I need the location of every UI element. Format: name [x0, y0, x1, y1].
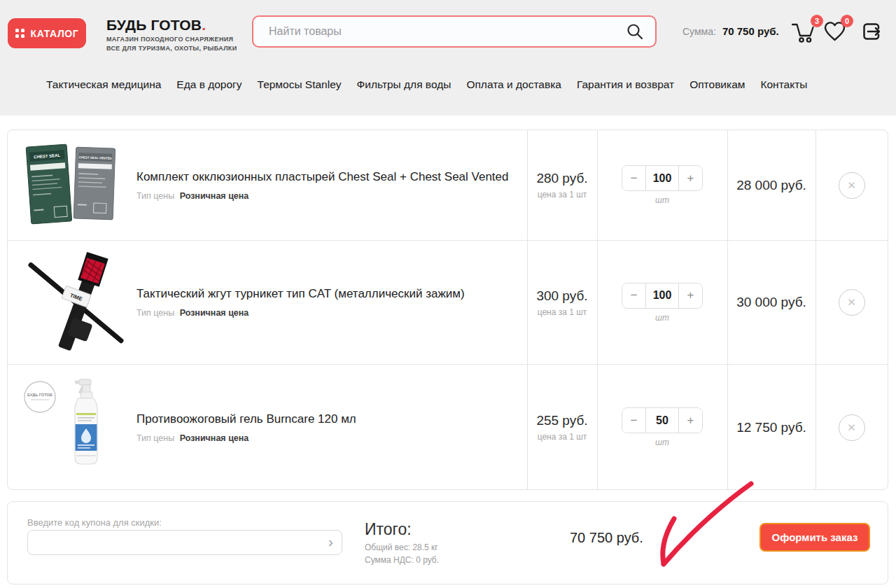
- totals-block: Итого: Общий вес: 28.5 кг Сумма НДС: 0 р…: [365, 520, 439, 566]
- favorites-count-badge: 0: [841, 15, 853, 27]
- cart-row-chest-seal: CHEST SEAL CHEST SEAL VENTED: [8, 130, 888, 241]
- unit-price: 300 руб.: [527, 288, 597, 304]
- remove-item-button[interactable]: ✕: [839, 414, 865, 441]
- quantity-input[interactable]: [645, 284, 679, 308]
- product-info: Комплект окклюзионных пластырей Chest Se…: [136, 170, 508, 201]
- price-type-value: Розничная цена: [180, 191, 249, 201]
- main-nav: Тактическая медицина Еда в дорогу Термос…: [46, 78, 807, 91]
- nav-item-payment-delivery[interactable]: Оплата и доставка: [466, 78, 561, 91]
- catalog-button[interactable]: КАТАЛОГ: [8, 18, 86, 48]
- grid-menu-icon: [15, 29, 24, 38]
- nav-item-food[interactable]: Еда в дорогу: [176, 78, 241, 91]
- increase-qty-button[interactable]: +: [679, 408, 702, 433]
- cart-row-burncare: БУДЬ ГОТОВ: [8, 365, 888, 490]
- watermark-badge-label: БУДЬ ГОТОВ: [27, 393, 52, 397]
- price-type-label: Тип цены: [136, 191, 174, 201]
- search-icon: [626, 22, 644, 41]
- product-title[interactable]: Тактический жгут турникет тип CAT (метал…: [136, 287, 465, 301]
- remove-item-button[interactable]: ✕: [839, 289, 865, 316]
- login-icon: [860, 20, 883, 43]
- row-total: 28 000 руб.: [727, 178, 816, 193]
- cart-row-cat-tourniquet: TIME Тактический жгут турникет тип CAT (…: [8, 241, 888, 365]
- price-type-line: Тип цены Розничная цена: [136, 191, 508, 201]
- favorites-button[interactable]: 0: [823, 20, 846, 45]
- decrease-qty-button[interactable]: −: [622, 284, 645, 308]
- coupon-input[interactable]: [28, 537, 328, 548]
- remove-cell: ✕: [816, 289, 888, 316]
- remove-item-button[interactable]: ✕: [839, 172, 865, 199]
- unit-price-note: цена за 1 шт: [527, 432, 597, 442]
- unit-price-note: цена за 1 шт: [527, 190, 597, 200]
- site-header: КАТАЛОГ БУДЬ ГОТОВ. МАГАЗИН ПОХОДНОГО СН…: [0, 0, 896, 115]
- increase-qty-button[interactable]: +: [679, 166, 702, 190]
- column-divider: [727, 130, 728, 489]
- nav-item-thermos[interactable]: Термосы Stanley: [258, 78, 342, 91]
- quantity-stepper: − +: [622, 165, 703, 191]
- product-title[interactable]: Противоожоговый гель Burncare 120 мл: [136, 412, 356, 426]
- unit-price: 280 руб.: [527, 171, 597, 186]
- store-logo: БУДЬ ГОТОВ. МАГАЗИН ПОХОДНОГО СНАРЯЖЕНИЯ…: [106, 17, 237, 52]
- coupon-submit-button[interactable]: ›: [328, 534, 342, 551]
- unit-price-cell: 255 руб. цена за 1 шт: [527, 413, 597, 442]
- quantity-stepper: − +: [622, 407, 703, 433]
- quantity-stepper: − +: [622, 283, 703, 309]
- price-type-line: Тип цены Розничная цена: [136, 433, 356, 443]
- nav-item-wholesale[interactable]: Оптовикам: [690, 78, 745, 91]
- sum-value: 70 750 руб.: [722, 25, 779, 37]
- grand-total: 70 750 руб.: [570, 530, 643, 546]
- cart-count-badge: 3: [811, 15, 823, 27]
- product-cell: БУДЬ ГОТОВ: [8, 377, 527, 478]
- quantity-input[interactable]: [645, 408, 679, 433]
- nav-item-contacts[interactable]: Контакты: [760, 78, 807, 91]
- column-divider: [816, 130, 816, 489]
- row-total: 30 000 руб.: [727, 295, 816, 310]
- search-input[interactable]: [267, 24, 624, 38]
- coupon-field: ›: [27, 530, 342, 555]
- increase-qty-button[interactable]: +: [679, 284, 702, 308]
- column-divider: [527, 130, 528, 489]
- unit-price-note: цена за 1 шт: [527, 307, 597, 317]
- product-cell: CHEST SEAL CHEST SEAL VENTED: [8, 140, 527, 231]
- cart-footer: Введите код купона для скидки: › Итого: …: [7, 501, 888, 584]
- store-name: БУДЬ ГОТОВ.: [106, 17, 237, 34]
- quantity-input[interactable]: [645, 166, 679, 190]
- totals-label: Итого:: [365, 520, 439, 539]
- search-button[interactable]: [624, 21, 645, 42]
- product-title[interactable]: Комплект окклюзионных пластырей Chest Se…: [136, 170, 508, 184]
- nav-item-water-filters[interactable]: Фильтры для воды: [357, 78, 451, 91]
- quantity-unit: шт: [655, 195, 669, 205]
- decrease-qty-button[interactable]: −: [622, 408, 645, 433]
- row-total: 12 750 руб.: [727, 420, 816, 435]
- cart-table: CHEST SEAL CHEST SEAL VENTED: [7, 130, 888, 490]
- cart-button[interactable]: 3: [791, 20, 816, 46]
- product-image-burncare: БУДЬ ГОТОВ: [20, 377, 125, 478]
- coupon-label: Введите код купона для скидки:: [27, 517, 162, 528]
- logo-dot: .: [202, 17, 206, 33]
- price-type-label: Тип цены: [136, 433, 174, 443]
- unit-price-cell: 280 руб. цена за 1 шт: [527, 171, 597, 200]
- checkout-button[interactable]: Оформить заказ: [760, 523, 870, 552]
- product-info: Тактический жгут турникет тип CAT (метал…: [136, 287, 465, 318]
- nav-item-tactical-medicine[interactable]: Тактическая медицина: [46, 78, 161, 91]
- nav-item-warranty[interactable]: Гарантия и возврат: [577, 78, 674, 91]
- total-weight: Общий вес: 28.5 кг: [365, 542, 439, 554]
- price-type-value: Розничная цена: [180, 308, 249, 318]
- unit-price-cell: 300 руб. цена за 1 шт: [527, 288, 597, 317]
- price-type-line: Тип цены Розничная цена: [136, 308, 465, 318]
- product-image-cat-tourniquet: TIME: [20, 252, 125, 354]
- store-tagline-1: МАГАЗИН ПОХОДНОГО СНАРЯЖЕНИЯ: [106, 36, 237, 43]
- catalog-button-label: КАТАЛОГ: [31, 28, 79, 39]
- product-image-chest-seal: CHEST SEAL CHEST SEAL VENTED: [20, 140, 125, 231]
- vat-amount: Сумма НДС: 0 руб.: [365, 554, 439, 566]
- remove-cell: ✕: [816, 172, 888, 199]
- sum-label: Сумма:: [682, 26, 716, 37]
- store-tagline-2: ВСЕ ДЛЯ ТУРИЗМА, ОХОТЫ, РЫБАЛКИ: [106, 45, 237, 52]
- quantity-cell: − + шт: [597, 407, 727, 447]
- search-bar: [252, 15, 657, 48]
- quantity-unit: шт: [655, 438, 669, 447]
- decrease-qty-button[interactable]: −: [622, 166, 645, 190]
- cart-summary: Сумма: 70 750 руб.: [682, 25, 779, 37]
- price-type-label: Тип цены: [136, 308, 174, 318]
- login-button[interactable]: [860, 20, 883, 45]
- quantity-cell: − + шт: [597, 283, 727, 323]
